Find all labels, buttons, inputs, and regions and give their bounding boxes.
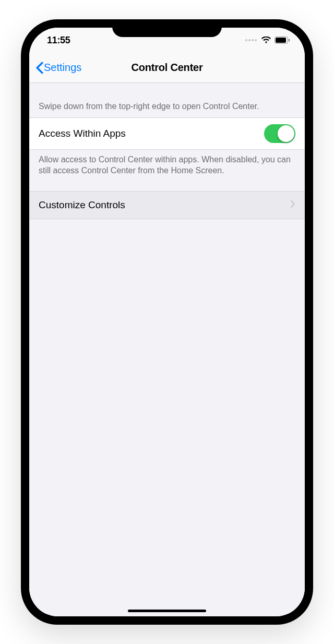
home-indicator[interactable] bbox=[128, 610, 206, 612]
section-header-description: Swipe down from the top-right edge to op… bbox=[29, 83, 305, 117]
access-within-apps-toggle[interactable] bbox=[264, 124, 295, 143]
back-button[interactable]: Settings bbox=[33, 58, 84, 77]
screen: 11:55 Settings Control Center Swi bbox=[29, 28, 305, 616]
content-area: Swipe down from the top-right edge to op… bbox=[29, 83, 305, 616]
wifi-icon bbox=[261, 37, 271, 44]
toggle-knob bbox=[278, 125, 294, 142]
status-right bbox=[245, 37, 290, 44]
svg-rect-1 bbox=[276, 38, 286, 43]
access-within-apps-cell: Access Within Apps bbox=[29, 117, 305, 150]
back-label: Settings bbox=[44, 62, 81, 74]
chevron-left-icon bbox=[35, 62, 44, 74]
access-footer-description: Allow access to Control Center within ap… bbox=[29, 150, 305, 191]
customize-controls-label: Customize Controls bbox=[39, 199, 125, 211]
device-frame: 11:55 Settings Control Center Swi bbox=[21, 19, 313, 625]
svg-rect-2 bbox=[289, 39, 290, 42]
access-within-apps-label: Access Within Apps bbox=[39, 128, 126, 139]
battery-icon bbox=[275, 37, 290, 44]
customize-controls-cell[interactable]: Customize Controls bbox=[29, 191, 305, 219]
chevron-right-icon bbox=[290, 200, 295, 210]
navigation-bar: Settings Control Center bbox=[29, 53, 305, 83]
cellular-dots-icon bbox=[245, 39, 257, 41]
page-title: Control Center bbox=[131, 62, 202, 74]
notch bbox=[112, 19, 222, 37]
status-time: 11:55 bbox=[47, 35, 70, 46]
